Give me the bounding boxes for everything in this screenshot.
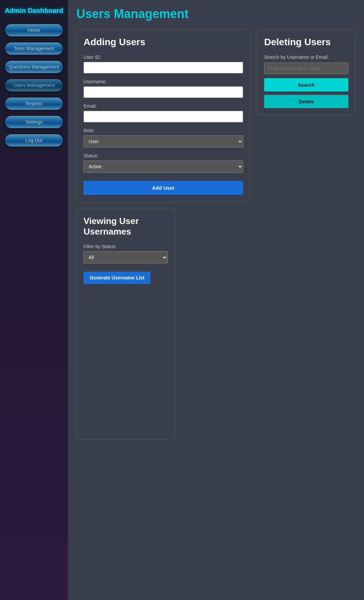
- sidebar: Admin Dashboard Home Tests Management Qu…: [0, 0, 68, 600]
- status-select[interactable]: Active Inactive Banned: [84, 160, 243, 173]
- sidebar-item-questions-management[interactable]: Questions Management: [5, 61, 63, 73]
- username-group: Username:: [84, 79, 243, 98]
- email-group: Email:: [84, 103, 243, 122]
- page-title: Users Management: [76, 7, 356, 21]
- user-id-input[interactable]: [84, 62, 243, 73]
- search-by-label: Search by Username or Email:: [264, 54, 348, 60]
- username-input[interactable]: [84, 86, 243, 98]
- main-content: Users Management Adding Users User ID: U…: [68, 0, 364, 600]
- filter-status-select[interactable]: All Active Inactive Banned: [84, 251, 168, 263]
- status-group: Status: Active Inactive Banned: [84, 153, 243, 173]
- sidebar-item-home[interactable]: Home: [5, 24, 63, 36]
- email-label: Email:: [84, 103, 243, 109]
- sidebar-item-settings[interactable]: Settings: [5, 116, 63, 128]
- sidebar-title: Admin Dashboard: [5, 7, 63, 15]
- deleting-users-card: Deleting Users Search by Username or Ema…: [257, 30, 356, 115]
- viewing-usernames-title: Viewing User Usernames: [84, 216, 168, 237]
- bottom-cards-row: Viewing User Usernames Filter by Status:…: [76, 209, 356, 440]
- role-label: Role:: [84, 128, 243, 133]
- search-user-input[interactable]: [264, 63, 348, 74]
- status-label: Status:: [84, 153, 243, 158]
- filter-status-label: Filter by Status:: [84, 244, 168, 249]
- adding-users-title: Adding Users: [84, 37, 243, 48]
- role-group: Role: User Admin Moderator: [84, 128, 243, 148]
- filter-status-group: Filter by Status: All Active Inactive Ba…: [84, 244, 168, 263]
- role-select[interactable]: User Admin Moderator: [84, 135, 243, 148]
- add-user-button[interactable]: Add User: [84, 181, 243, 195]
- sidebar-item-tests-management[interactable]: Tests Management: [5, 42, 63, 55]
- viewing-usernames-card: Viewing User Usernames Filter by Status:…: [76, 209, 175, 440]
- sidebar-item-reports[interactable]: Reports: [5, 98, 63, 110]
- delete-button[interactable]: Delete: [264, 95, 348, 108]
- email-input[interactable]: [84, 111, 243, 122]
- user-id-group: User ID:: [84, 54, 243, 73]
- search-button[interactable]: Search: [264, 78, 348, 91]
- generate-username-list-button[interactable]: Generate Username List: [84, 272, 150, 284]
- deleting-users-title: Deleting Users: [264, 37, 348, 48]
- adding-users-card: Adding Users User ID: Username: Email: R…: [76, 30, 250, 202]
- top-cards-row: Adding Users User ID: Username: Email: R…: [76, 30, 356, 202]
- user-id-label: User ID:: [84, 54, 243, 60]
- username-label: Username:: [84, 79, 243, 84]
- sidebar-item-users-management[interactable]: Users Management: [5, 79, 63, 91]
- sidebar-item-logout[interactable]: Log Out: [5, 134, 63, 147]
